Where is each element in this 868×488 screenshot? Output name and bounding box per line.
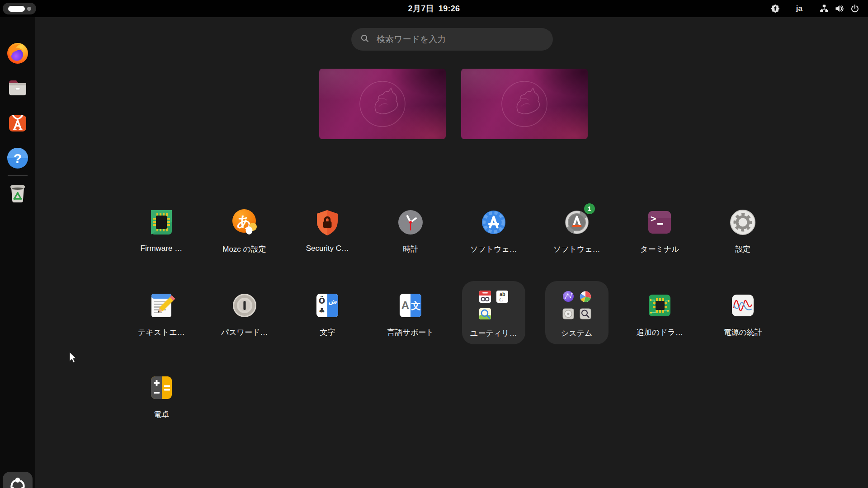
time-label: 19:26 (439, 4, 460, 13)
system-monitor-icon (561, 290, 575, 304)
app-grid-row-3: 電卓 (120, 373, 784, 420)
app-label: ソフトウェ… (470, 244, 517, 254)
logs-icon (579, 307, 592, 321)
settings-icon (728, 208, 757, 237)
app-label: 時計 (403, 244, 418, 254)
app-characters[interactable]: Ö ♣ ش文字 (286, 291, 369, 338)
firefox-icon (6, 42, 29, 65)
trash-icon (6, 182, 29, 204)
dock-show-applications-button[interactable] (3, 472, 33, 488)
app-folder-utilities[interactable]: ab C ユーティリ… (452, 291, 535, 338)
svg-text:?: ? (14, 151, 22, 166)
dock-files-button[interactable] (6, 76, 29, 99)
network-wired-icon[interactable] (820, 4, 829, 13)
character-map-icon: ab C (495, 290, 509, 304)
app-clock[interactable]: 時計 (369, 208, 452, 254)
app-label: ターミナル (640, 244, 679, 254)
app-label: 設定 (735, 244, 750, 254)
dock: ? (0, 17, 35, 488)
app-software[interactable]: ソフトウェ… (452, 208, 535, 254)
disk-usage-icon (579, 290, 592, 304)
dock-firefox-button[interactable] (6, 42, 29, 65)
dock-separator (8, 175, 28, 176)
files-icon (6, 76, 29, 99)
topbar-status-area: ja (771, 0, 868, 17)
svg-text:♣: ♣ (319, 306, 325, 315)
app-firmware-updater[interactable]: Firmware … (120, 208, 203, 254)
search-icon (360, 34, 369, 45)
clock-date-button[interactable]: 2月7日19:26 (0, 0, 868, 17)
app-label: 文字 (320, 327, 335, 338)
workspace-thumbnail-2[interactable] (461, 69, 588, 139)
svg-text:文: 文 (411, 300, 421, 311)
terminal-icon: > (645, 208, 674, 237)
security-center-icon (313, 208, 342, 237)
svg-text:>: > (651, 213, 656, 224)
app-security-center[interactable]: Security C… (286, 208, 369, 254)
app-calculator[interactable]: 電卓 (120, 373, 203, 420)
dock-help-button[interactable]: ? (6, 147, 29, 169)
app-additional-drivers[interactable]: 追加のドラ… (618, 291, 702, 338)
app-grid-row-2: テキストエ… パスワード… Ö ♣ ش文字 A 文言語サポート ab C ユーテ… (120, 291, 784, 338)
date-label: 2月7日 (408, 4, 434, 13)
svg-text:C: C (499, 296, 503, 303)
help-icon: ? (6, 147, 29, 169)
app-label: テキストエ… (138, 327, 185, 338)
app-label: 言語サポート (387, 327, 434, 338)
volume-icon[interactable] (835, 4, 844, 13)
folder-utilities-icon: ab C (478, 290, 509, 321)
wallpaper-mascot (498, 78, 551, 130)
app-label: Mozc の設定 (222, 244, 266, 254)
app-label: Security C… (306, 244, 349, 253)
additional-drivers-icon (645, 291, 674, 320)
app-power-statistics[interactable]: 電源の統計 (701, 291, 784, 338)
search-input[interactable] (376, 34, 544, 45)
app-software-updater[interactable]: 1ソフトウェ… (535, 208, 618, 254)
ubuntu-software-icon (6, 111, 29, 133)
software-icon (479, 208, 508, 237)
svg-text:A: A (401, 299, 409, 311)
mouse-cursor (69, 352, 80, 366)
update-count-badge: 1 (584, 203, 595, 214)
app-label: パスワード… (221, 327, 268, 338)
disks-icon (561, 307, 575, 321)
folder-system-icon (561, 290, 592, 321)
app-language-support[interactable]: A 文言語サポート (369, 291, 452, 338)
language-support-icon: A 文 (396, 291, 425, 320)
calculator-icon (147, 373, 176, 402)
mozc-setup-icon: あ (230, 208, 259, 237)
show-applications-icon (8, 476, 28, 488)
app-label: ユーティリ… (470, 328, 517, 338)
app-label: 電源の統計 (723, 327, 762, 338)
keyboard-layout-indicator[interactable]: ja (796, 4, 802, 13)
wallpaper-mascot (356, 78, 409, 130)
power-statistics-icon (728, 291, 757, 320)
image-viewer-icon (478, 307, 492, 321)
firmware-updater-icon (147, 208, 176, 237)
app-passwords[interactable]: パスワード… (203, 291, 286, 338)
app-label: 電卓 (154, 409, 169, 420)
characters-icon: Ö ♣ ش (313, 291, 342, 320)
search-bar[interactable] (351, 28, 553, 51)
app-grid-row-1: Firmware … あ Mozc の設定 Security C… 時計 ソフト… (120, 208, 784, 254)
dock-ubuntu-software-button[interactable] (6, 111, 29, 133)
workspace-thumbnail-1[interactable] (319, 69, 446, 139)
text-editor-icon (147, 291, 176, 320)
app-mozc-setup[interactable]: あ Mozc の設定 (203, 208, 286, 254)
app-label: 追加のドラ… (637, 327, 683, 338)
passwords-icon (230, 291, 259, 320)
app-settings[interactable]: 設定 (701, 208, 784, 254)
top-bar: 2月7日19:26 ja (0, 0, 868, 17)
app-label: Firmware … (141, 244, 183, 253)
power-icon[interactable] (850, 4, 859, 13)
clock-icon (396, 208, 425, 237)
app-terminal[interactable]: > ターミナル (618, 208, 702, 254)
dock-trash-button[interactable] (6, 182, 29, 204)
app-text-editor[interactable]: テキストエ… (120, 291, 203, 338)
svg-text:ش: ش (329, 298, 337, 305)
app-label: ソフトウェ… (553, 244, 600, 254)
app-folder-system[interactable]: システム (535, 291, 618, 338)
document-viewer-icon (478, 290, 492, 304)
svg-text:Ö: Ö (319, 296, 325, 305)
software-update-icon[interactable] (771, 4, 780, 13)
